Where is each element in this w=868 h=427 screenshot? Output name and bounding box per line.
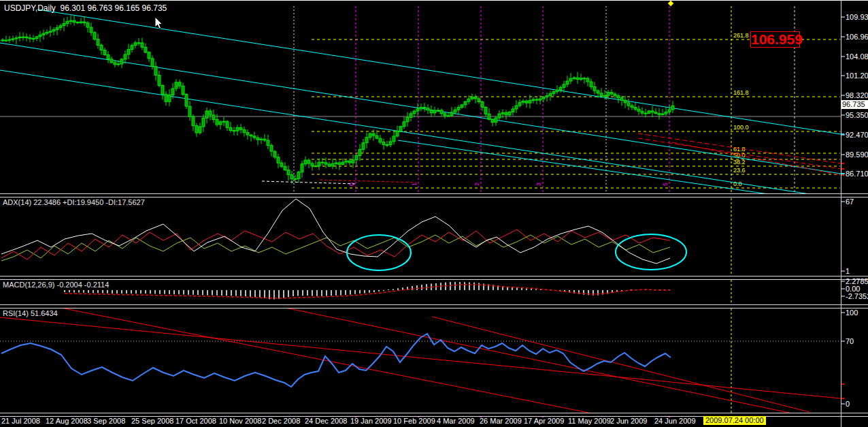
rsi-indicator-label: RSI(14) 51.6434 xyxy=(3,309,58,318)
svg-text:1: 1 xyxy=(411,183,418,186)
ohlc-quote: 96.301 96.763 96.165 96.735 xyxy=(56,3,167,13)
date-label: 2 Dec 2008 xyxy=(262,417,300,426)
price-axis-label: -2.7352 xyxy=(846,292,868,301)
price-axis-label: 104.080 xyxy=(846,52,868,61)
date-label: 2 Jun 2009 xyxy=(610,417,647,426)
price-axis-label: 67 xyxy=(846,197,854,206)
mt4-chart-window: 261.8161.8100.061.850.038.223.60.001235 … xyxy=(0,0,868,427)
price-axis-label: 100 xyxy=(846,309,858,317)
date-label: 10 Feb 2009 xyxy=(393,417,435,426)
symbol-timeframe: USDJPY,Daily xyxy=(4,3,56,13)
date-label: 10 Nov 2008 xyxy=(219,417,261,426)
date-label: 24 Jun 2009 xyxy=(654,417,696,426)
price-axis-label: 95.350 xyxy=(846,111,868,120)
price-axis-label: 1 xyxy=(846,267,850,276)
chart-title: USDJPY,Daily 96.301 96.763 96.165 96.735 xyxy=(4,3,167,13)
date-label: 11 May 2009 xyxy=(568,417,611,426)
svg-text:3: 3 xyxy=(535,183,542,186)
price-axis[interactable] xyxy=(841,1,868,413)
price-callout-box: 106.959 xyxy=(750,31,800,48)
macd-indicator-label: MACD(12,26,9) -0.2004 -0.2114 xyxy=(3,280,109,289)
price-axis-label: 70 xyxy=(846,337,854,346)
panel-separator[interactable] xyxy=(0,276,868,280)
svg-text:2: 2 xyxy=(473,183,480,186)
date-label: 24 Dec 2008 xyxy=(305,417,347,426)
price-axis-label: 98.320 xyxy=(846,91,868,100)
date-label: 4 Mar 2009 xyxy=(437,417,475,426)
price-axis-label: 109.930 xyxy=(846,13,868,22)
current-price-badge: 96.735 xyxy=(841,100,868,109)
price-axis-label: 86.710 xyxy=(846,170,868,178)
adx-indicator-label: ADX(14) 22.3486 +DI:19.9450 -DI:17.5627 xyxy=(3,197,145,207)
svg-text:38.2: 38.2 xyxy=(733,159,746,165)
price-axis-label: 0 xyxy=(846,400,850,409)
svg-text:100.0: 100.0 xyxy=(733,124,749,131)
price-axis-label: 89.590 xyxy=(846,151,868,159)
date-label: 12 Aug 2008 xyxy=(46,417,88,426)
svg-text:23.6: 23.6 xyxy=(733,167,746,174)
date-label: 21 Jul 2008 xyxy=(1,417,40,426)
svg-text:261.8: 261.8 xyxy=(733,32,749,39)
date-label: 25 Sep 2008 xyxy=(131,417,173,426)
svg-text:0: 0 xyxy=(348,183,355,186)
mouse-cursor-icon xyxy=(155,17,163,29)
panel-separator[interactable] xyxy=(0,304,868,309)
svg-text:0.0: 0.0 xyxy=(733,180,742,187)
date-label: 17 Apr 2009 xyxy=(524,417,564,426)
date-label: 19 Jan 2009 xyxy=(350,417,392,426)
svg-text:5: 5 xyxy=(662,183,669,186)
date-label: 3 Sep 2008 xyxy=(87,417,125,426)
svg-text:161.8: 161.8 xyxy=(733,89,749,96)
price-axis-label: 101.200 xyxy=(846,72,868,80)
price-axis-label: 106.960 xyxy=(846,33,868,42)
chart-canvas[interactable]: 261.8161.8100.061.850.038.223.60.001235 xyxy=(0,1,868,427)
highlighted-date-badge: 2009.07.24 00:00 xyxy=(703,416,766,425)
panel-separator[interactable] xyxy=(0,193,868,197)
date-label: 26 Mar 2009 xyxy=(480,417,522,426)
date-label: 17 Oct 2008 xyxy=(176,417,216,426)
price-axis-label: 92.470 xyxy=(846,131,868,140)
